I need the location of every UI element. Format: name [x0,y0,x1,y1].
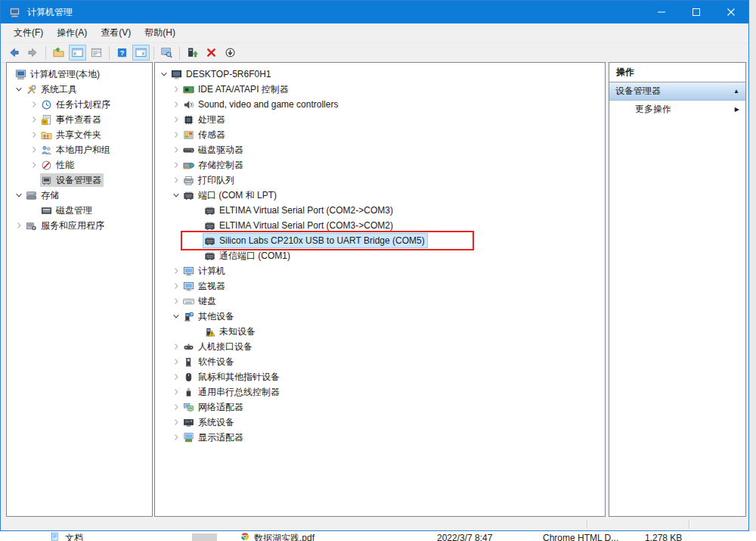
chevron-right-icon[interactable] [170,401,182,413]
device-tree-row[interactable]: 打印队列 [155,173,605,188]
tree-item[interactable]: Sound, video and game controllers [182,98,340,111]
console-tree-row[interactable]: 系统工具 [7,82,152,97]
device-tree-row[interactable]: 人机接口设备 [155,339,605,354]
chevron-right-icon[interactable] [170,280,182,292]
console-tree-row[interactable]: 任务计划程序 [7,97,152,112]
tree-item[interactable]: 键盘 [182,294,218,308]
device-tree-row[interactable]: DESKTOP-5R6F0H1 [155,67,605,82]
tree-item[interactable]: 服务和应用程序 [25,219,107,232]
chevron-right-icon[interactable] [170,174,182,186]
device-tree-row[interactable]: 鼠标和其他指针设备 [155,369,605,384]
device-tree-row[interactable]: ?其他设备 [155,309,605,324]
device-tree-row[interactable]: 通用串行总线控制器 [155,384,605,400]
minimize-button[interactable] [644,1,679,23]
device-tree-row[interactable]: 磁盘驱动器 [155,142,605,157]
device-tree-row[interactable]: 处理器 [155,112,605,127]
tree-item[interactable]: 本地用户和组 [40,143,113,157]
console-tree-toggle-button[interactable] [69,45,86,61]
tree-item[interactable]: 端口 (COM 和 LPT) [182,188,279,202]
tree-item[interactable]: 存储控制器 [182,158,246,172]
menu-item[interactable]: 帮助(H) [138,23,182,42]
chevron-right-icon[interactable] [170,340,182,353]
tree-item[interactable]: 通信端口 (COM1) [203,249,293,263]
chevron-down-icon[interactable] [13,189,25,201]
chevron-right-icon[interactable] [28,129,40,141]
tree-item[interactable]: 计算机 [182,264,228,278]
chevron-right-icon[interactable] [13,219,25,232]
tree-item[interactable]: 监视器 [182,279,228,293]
chevron-right-icon[interactable] [170,129,182,141]
device-tree-row[interactable]: Silicon Labs CP210x USB to UART Bridge (… [155,233,605,248]
scan-hardware-button[interactable] [184,45,201,61]
open-folder-button[interactable] [50,45,67,61]
tree-item[interactable]: 打印队列 [182,173,237,187]
menu-item[interactable]: 操作(A) [50,23,94,42]
forward-button[interactable] [24,45,42,61]
tree-item[interactable]: 系统设备 [182,415,237,429]
console-tree-row[interactable]: 磁盘管理 [7,203,152,218]
back-button[interactable] [5,45,23,61]
device-tree-row[interactable]: Sound, video and game controllers [155,97,605,112]
chevron-right-icon[interactable] [28,144,40,156]
console-tree-row[interactable]: 服务和应用程序 [7,218,152,233]
device-tree-row[interactable]: IDE ATA/ATAPI 控制器 [155,82,605,97]
console-tree-row[interactable]: 本地用户和组 [7,142,152,157]
console-tree-row[interactable]: 设备管理器 [7,173,152,188]
chevron-right-icon[interactable] [170,265,182,277]
tree-item[interactable]: 显示适配器 [182,431,246,444]
chevron-down-icon[interactable] [13,83,25,95]
tree-item[interactable]: 磁盘驱动器 [182,143,246,157]
chevron-right-icon[interactable] [170,83,182,95]
console-tree-row[interactable]: 存储 [7,188,152,203]
device-tree-row[interactable]: 键盘 [155,294,605,309]
more-actions-item[interactable]: 更多操作 ▶ [609,101,745,118]
tree-item[interactable]: IDE ATA/ATAPI 控制器 [182,82,291,96]
tree-item[interactable]: 处理器 [182,113,228,126]
chevron-right-icon[interactable] [170,371,182,383]
tree-item[interactable]: 通用串行总线控制器 [182,385,282,399]
disable-button[interactable] [222,45,239,61]
chevron-right-icon[interactable] [28,159,40,171]
tree-item[interactable]: 性能 [40,158,76,172]
chevron-right-icon[interactable] [170,159,182,171]
chevron-down-icon[interactable] [158,68,170,80]
console-tree-row[interactable]: 事件查看器 [7,112,152,127]
tree-item[interactable]: 软件设备 [182,355,237,368]
tree-item[interactable]: 共享文件夹 [40,128,104,141]
device-tree-row[interactable]: ELTIMA Virtual Serial Port (COM2->COM3) [155,203,605,218]
device-tree-row[interactable]: 显示适配器 [155,430,605,445]
tree-item[interactable]: 系统工具 [25,82,79,96]
device-tree-row[interactable]: ELTIMA Virtual Serial Port (COM3->COM2) [155,218,605,233]
chevron-down-icon[interactable] [170,189,182,201]
tree-item[interactable]: 传感器 [182,128,228,141]
tree-item[interactable]: ?其他设备 [182,309,237,323]
device-tree-row[interactable]: 计算机 [155,263,605,278]
tree-item[interactable]: 磁盘管理 [40,204,94,217]
help-button[interactable]: ? [113,45,131,61]
tree-item[interactable]: DESKTOP-5R6F0H1 [170,67,273,81]
device-tree-row[interactable]: 通信端口 (COM1) [155,248,605,263]
chevron-right-icon[interactable] [170,144,182,156]
device-tree-row[interactable]: 端口 (COM 和 LPT) [155,188,605,203]
chevron-right-icon[interactable] [170,98,182,110]
device-tree-row[interactable]: 软件设备 [155,354,605,369]
tree-item-selected[interactable]: 设备管理器 [40,173,104,187]
tree-item[interactable]: 未知设备 [203,325,258,338]
device-tree-row[interactable]: 监视器 [155,278,605,294]
tree-item[interactable]: 事件查看器 [40,113,104,126]
chevron-right-icon[interactable] [28,113,40,126]
remote-computer-button[interactable] [158,45,175,61]
menu-item[interactable]: 文件(F) [7,23,50,42]
tree-item[interactable]: 人机接口设备 [182,340,255,353]
close-button[interactable] [714,1,748,23]
device-tree-row[interactable]: 未知设备 [155,324,605,339]
chevron-right-icon[interactable] [170,356,182,368]
console-tree-row[interactable]: 性能 [7,157,152,173]
chevron-right-icon[interactable] [170,416,182,428]
actions-section-device-manager[interactable]: 设备管理器 ▲ [609,82,745,101]
tree-item-selected[interactable]: Silicon Labs CP210x USB to UART Bridge (… [203,234,427,247]
tree-item[interactable]: 鼠标和其他指针设备 [182,370,282,384]
chevron-right-icon[interactable] [170,295,182,307]
uninstall-button[interactable] [203,45,220,61]
tree-item[interactable]: ELTIMA Virtual Serial Port (COM2->COM3) [203,204,395,217]
